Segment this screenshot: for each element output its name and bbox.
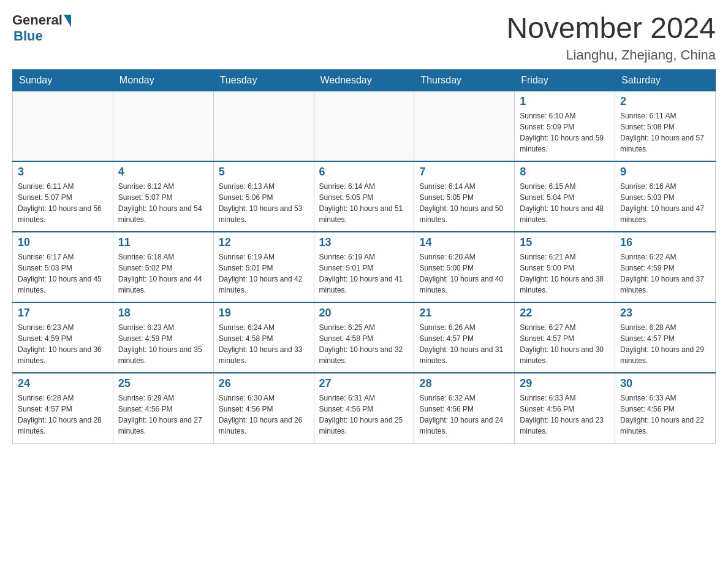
day-info: Sunrise: 6:11 AM Sunset: 5:08 PM Dayligh… xyxy=(620,110,710,155)
calendar-cell xyxy=(213,91,314,161)
day-header-saturday: Saturday xyxy=(615,69,716,91)
title-section: November 2024 Lianghu, Zhejiang, China xyxy=(506,12,716,63)
day-number: 15 xyxy=(520,236,610,249)
calendar-cell: 25Sunrise: 6:29 AM Sunset: 4:56 PM Dayli… xyxy=(113,373,213,443)
day-number: 13 xyxy=(319,236,409,249)
day-info: Sunrise: 6:14 AM Sunset: 5:05 PM Dayligh… xyxy=(419,181,509,225)
day-number: 4 xyxy=(118,166,208,178)
day-number: 23 xyxy=(620,307,710,320)
day-header-thursday: Thursday xyxy=(414,69,515,91)
day-info: Sunrise: 6:13 AM Sunset: 5:06 PM Dayligh… xyxy=(219,181,309,225)
calendar-cell: 30Sunrise: 6:33 AM Sunset: 4:56 PM Dayli… xyxy=(615,373,716,443)
day-info: Sunrise: 6:20 AM Sunset: 5:00 PM Dayligh… xyxy=(419,251,509,296)
day-number: 29 xyxy=(520,377,610,390)
day-info: Sunrise: 6:11 AM Sunset: 5:07 PM Dayligh… xyxy=(18,181,108,225)
calendar-cell: 1Sunrise: 6:10 AM Sunset: 5:09 PM Daylig… xyxy=(515,91,615,161)
day-number: 6 xyxy=(319,166,409,178)
calendar-cell: 6Sunrise: 6:14 AM Sunset: 5:05 PM Daylig… xyxy=(314,161,414,232)
day-number: 12 xyxy=(219,236,309,249)
calendar-cell: 2Sunrise: 6:11 AM Sunset: 5:08 PM Daylig… xyxy=(615,91,716,161)
calendar-cell: 27Sunrise: 6:31 AM Sunset: 4:56 PM Dayli… xyxy=(314,373,414,443)
calendar-cell xyxy=(113,91,213,161)
day-info: Sunrise: 6:33 AM Sunset: 4:56 PM Dayligh… xyxy=(520,393,610,437)
calendar-cell: 21Sunrise: 6:26 AM Sunset: 4:57 PM Dayli… xyxy=(414,302,515,373)
day-number: 24 xyxy=(18,377,108,390)
day-info: Sunrise: 6:28 AM Sunset: 4:57 PM Dayligh… xyxy=(18,393,108,437)
day-header-friday: Friday xyxy=(515,69,615,91)
calendar-cell: 18Sunrise: 6:23 AM Sunset: 4:59 PM Dayli… xyxy=(113,302,213,373)
day-number: 30 xyxy=(620,377,710,390)
calendar-cell: 13Sunrise: 6:19 AM Sunset: 5:01 PM Dayli… xyxy=(314,232,414,302)
calendar-cell: 11Sunrise: 6:18 AM Sunset: 5:02 PM Dayli… xyxy=(113,232,213,302)
day-info: Sunrise: 6:33 AM Sunset: 4:56 PM Dayligh… xyxy=(620,393,710,437)
calendar-cell: 5Sunrise: 6:13 AM Sunset: 5:06 PM Daylig… xyxy=(213,161,314,232)
day-number: 10 xyxy=(18,236,108,249)
logo-blue-text: Blue xyxy=(13,28,43,44)
calendar-cell: 17Sunrise: 6:23 AM Sunset: 4:59 PM Dayli… xyxy=(13,302,113,373)
day-number: 2 xyxy=(620,95,710,108)
calendar-table: SundayMondayTuesdayWednesdayThursdayFrid… xyxy=(12,69,716,444)
logo: General Blue xyxy=(12,12,71,44)
calendar-cell: 28Sunrise: 6:32 AM Sunset: 4:56 PM Dayli… xyxy=(414,373,515,443)
day-info: Sunrise: 6:22 AM Sunset: 4:59 PM Dayligh… xyxy=(620,251,710,296)
day-info: Sunrise: 6:23 AM Sunset: 4:59 PM Dayligh… xyxy=(18,322,108,366)
calendar-cell xyxy=(414,91,515,161)
location-subtitle: Lianghu, Zhejiang, China xyxy=(506,47,716,63)
calendar-week-row: 24Sunrise: 6:28 AM Sunset: 4:57 PM Dayli… xyxy=(13,373,716,443)
day-header-sunday: Sunday xyxy=(13,69,113,91)
calendar-cell: 24Sunrise: 6:28 AM Sunset: 4:57 PM Dayli… xyxy=(13,373,113,443)
day-header-monday: Monday xyxy=(113,69,213,91)
day-header-wednesday: Wednesday xyxy=(314,69,414,91)
day-info: Sunrise: 6:23 AM Sunset: 4:59 PM Dayligh… xyxy=(118,322,208,366)
day-info: Sunrise: 6:27 AM Sunset: 4:57 PM Dayligh… xyxy=(520,322,610,366)
calendar-cell: 19Sunrise: 6:24 AM Sunset: 4:58 PM Dayli… xyxy=(213,302,314,373)
calendar-cell xyxy=(314,91,414,161)
day-header-tuesday: Tuesday xyxy=(213,69,314,91)
calendar-cell: 20Sunrise: 6:25 AM Sunset: 4:58 PM Dayli… xyxy=(314,302,414,373)
day-info: Sunrise: 6:28 AM Sunset: 4:57 PM Dayligh… xyxy=(620,322,710,366)
day-number: 26 xyxy=(219,377,309,390)
calendar-cell: 16Sunrise: 6:22 AM Sunset: 4:59 PM Dayli… xyxy=(615,232,716,302)
day-number: 21 xyxy=(419,307,509,320)
day-info: Sunrise: 6:14 AM Sunset: 5:05 PM Dayligh… xyxy=(319,181,409,225)
day-number: 14 xyxy=(419,236,509,249)
day-info: Sunrise: 6:10 AM Sunset: 5:09 PM Dayligh… xyxy=(520,110,610,155)
calendar-cell: 4Sunrise: 6:12 AM Sunset: 5:07 PM Daylig… xyxy=(113,161,213,232)
month-year-title: November 2024 xyxy=(506,12,716,45)
day-info: Sunrise: 6:19 AM Sunset: 5:01 PM Dayligh… xyxy=(219,251,309,296)
day-number: 3 xyxy=(18,166,108,178)
calendar-cell: 14Sunrise: 6:20 AM Sunset: 5:00 PM Dayli… xyxy=(414,232,515,302)
page-header: General Blue November 2024 Lianghu, Zhej… xyxy=(12,12,716,63)
day-info: Sunrise: 6:18 AM Sunset: 5:02 PM Dayligh… xyxy=(118,251,208,296)
calendar-cell: 22Sunrise: 6:27 AM Sunset: 4:57 PM Dayli… xyxy=(515,302,615,373)
calendar-week-row: 17Sunrise: 6:23 AM Sunset: 4:59 PM Dayli… xyxy=(13,302,716,373)
day-number: 22 xyxy=(520,307,610,320)
day-number: 20 xyxy=(319,307,409,320)
calendar-cell: 7Sunrise: 6:14 AM Sunset: 5:05 PM Daylig… xyxy=(414,161,515,232)
calendar-header-row: SundayMondayTuesdayWednesdayThursdayFrid… xyxy=(13,69,716,91)
calendar-week-row: 10Sunrise: 6:17 AM Sunset: 5:03 PM Dayli… xyxy=(13,232,716,302)
day-number: 19 xyxy=(219,307,309,320)
day-number: 11 xyxy=(118,236,208,249)
calendar-cell: 29Sunrise: 6:33 AM Sunset: 4:56 PM Dayli… xyxy=(515,373,615,443)
day-info: Sunrise: 6:15 AM Sunset: 5:04 PM Dayligh… xyxy=(520,181,610,225)
calendar-week-row: 1Sunrise: 6:10 AM Sunset: 5:09 PM Daylig… xyxy=(13,91,716,161)
day-info: Sunrise: 6:19 AM Sunset: 5:01 PM Dayligh… xyxy=(319,251,409,296)
day-number: 1 xyxy=(520,95,610,108)
day-number: 25 xyxy=(118,377,208,390)
day-number: 8 xyxy=(520,166,610,178)
day-info: Sunrise: 6:25 AM Sunset: 4:58 PM Dayligh… xyxy=(319,322,409,366)
logo-general-text: General xyxy=(12,12,63,28)
day-number: 7 xyxy=(419,166,509,178)
day-number: 16 xyxy=(620,236,710,249)
day-info: Sunrise: 6:31 AM Sunset: 4:56 PM Dayligh… xyxy=(319,393,409,437)
calendar-week-row: 3Sunrise: 6:11 AM Sunset: 5:07 PM Daylig… xyxy=(13,161,716,232)
calendar-cell xyxy=(13,91,113,161)
day-info: Sunrise: 6:17 AM Sunset: 5:03 PM Dayligh… xyxy=(18,251,108,296)
day-info: Sunrise: 6:21 AM Sunset: 5:00 PM Dayligh… xyxy=(520,251,610,296)
calendar-cell: 9Sunrise: 6:16 AM Sunset: 5:03 PM Daylig… xyxy=(615,161,716,232)
day-number: 28 xyxy=(419,377,509,390)
logo-arrow-icon xyxy=(64,15,71,27)
calendar-cell: 10Sunrise: 6:17 AM Sunset: 5:03 PM Dayli… xyxy=(13,232,113,302)
calendar-cell: 23Sunrise: 6:28 AM Sunset: 4:57 PM Dayli… xyxy=(615,302,716,373)
